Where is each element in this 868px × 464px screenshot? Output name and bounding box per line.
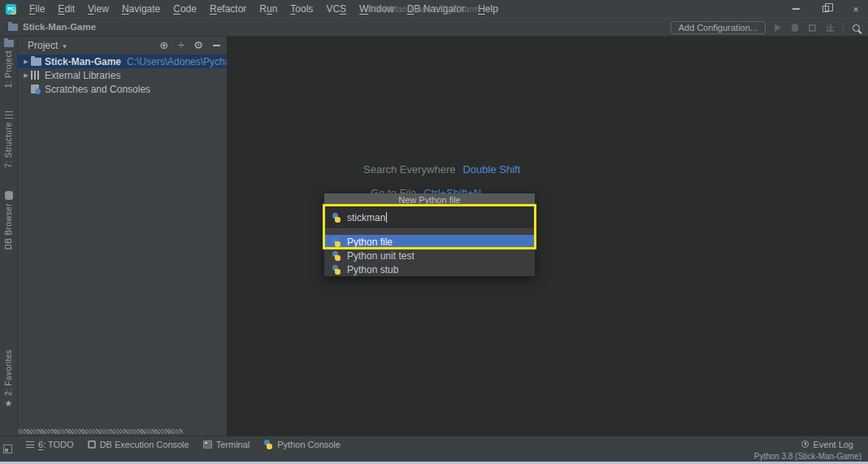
bottom-bar-left: 6: TODODB Execution ConsoleTerminalPytho… (26, 440, 341, 449)
expand-arrow-icon[interactable]: ▶ (21, 59, 31, 65)
menu-refactor[interactable]: Refactor (203, 2, 253, 16)
file-type-label: Python stub (347, 264, 398, 275)
coverage-icon[interactable] (809, 24, 816, 32)
file-type-python-file[interactable]: Python file (324, 235, 535, 249)
window-controls: × (790, 0, 861, 18)
tree-row-stick-man-game[interactable]: ▶Stick-Man-GameC:\Users\Adones\PycharmPr… (18, 54, 227, 68)
left-tool-window-bar: 1: Project7: StructureDB Browser 2: Favo… (0, 37, 18, 436)
bottom-bar-right: Event Log (801, 440, 853, 449)
profiler-icon[interactable] (827, 24, 834, 32)
file-name-value: stickman (347, 212, 385, 223)
minimize-icon (792, 8, 800, 10)
project-tool-window: Project ▾ ⊕÷⚙ ▶Stick-Man-GameC:\Users\Ad… (18, 37, 228, 436)
menu-run[interactable]: Run (253, 2, 284, 16)
python-icon (263, 440, 273, 449)
file-type-list: Python filePython unit testPython stub (324, 235, 535, 276)
dialog-title[interactable]: New Python file (324, 193, 535, 206)
tree-item-label: Scratches and Consoles (45, 84, 150, 95)
tool-button-event-log[interactable]: Event Log (801, 440, 853, 449)
project-panel-title[interactable]: Project (28, 40, 58, 51)
horizontal-scrollbar[interactable] (18, 429, 183, 434)
toolbar-action-icons (775, 24, 834, 32)
hint-shortcut: Double Shift (462, 163, 520, 176)
python-icon (332, 213, 341, 223)
toggle-tool-windows-icon[interactable] (3, 444, 12, 453)
file-type-python-unit-test[interactable]: Python unit test (324, 249, 535, 262)
python-icon (332, 251, 341, 261)
tree-item-path: C:\Users\Adones\PycharmProjects\Sti (127, 56, 227, 67)
terminal-icon (203, 440, 212, 449)
close-button[interactable]: × (850, 2, 861, 15)
tool-button-label: 6: TODO (38, 440, 74, 449)
tree-item-label: Stick-Man-Game (45, 56, 121, 67)
file-type-label: Python unit test (347, 250, 414, 262)
folder-icon (31, 58, 41, 66)
add-configuration-button[interactable]: Add Configuration... (671, 21, 766, 34)
interpreter-status[interactable]: Python 3.8 (Stick-Man-Game) (754, 452, 861, 462)
collapse-all-icon[interactable]: ÷ (178, 39, 184, 52)
tree-icon-box (31, 85, 45, 93)
bottom-tool-window-bar: 6: TODODB Execution ConsoleTerminalPytho… (0, 436, 868, 452)
menu-view[interactable]: View (81, 2, 115, 16)
tool-tab-7-structure[interactable]: 7: Structure (4, 111, 13, 168)
search-icon[interactable] (853, 24, 860, 32)
event-log-icon (801, 440, 809, 448)
close-icon: × (853, 3, 859, 15)
toolbar-right-actions: Add Configuration... (671, 21, 862, 34)
main-toolbar: Stick-Man-Game Add Configuration... (0, 18, 868, 37)
project-tab-icon (4, 40, 14, 47)
menu-tools[interactable]: Tools (284, 2, 319, 16)
tool-tab-2-favorites[interactable]: 2: Favorites★ (4, 349, 13, 408)
window-title: Stick-Man-Game - PyCharm (367, 4, 480, 14)
menu-edit[interactable]: Edit (51, 2, 81, 16)
leftbar-bottom: 2: Favorites★ (4, 347, 13, 408)
tree-item-label: External Libraries (45, 70, 120, 81)
settings-gear-icon[interactable]: ⚙ (193, 39, 203, 52)
tool-tab-label: 2: Favorites (4, 349, 13, 396)
menu-code[interactable]: Code (167, 2, 203, 16)
tool-tab-db-browser[interactable]: DB Browser (4, 191, 13, 249)
chevron-down-icon[interactable]: ▾ (63, 42, 67, 50)
pycharm-logo-icon: PC (6, 4, 16, 15)
favorites-star-icon: ★ (5, 399, 13, 408)
project-tree: ▶Stick-Man-GameC:\Users\Adones\PycharmPr… (18, 54, 227, 96)
python-icon (332, 237, 341, 247)
tool-tab-label: 1: Project (4, 50, 13, 88)
menu-navigate[interactable]: Navigate (115, 2, 167, 16)
tool-tab-label: 7: Structure (4, 122, 13, 168)
file-type-label: Python file (347, 236, 393, 248)
navigation-breadcrumb[interactable]: Stick-Man-Game (8, 22, 96, 32)
tool-button-python-console[interactable]: Python Console (263, 440, 341, 449)
hint-search-everywhere: Search EverywhereDouble Shift (363, 163, 520, 176)
restore-button[interactable] (820, 2, 831, 15)
hint-label: Search Everywhere (363, 163, 455, 176)
menu-vcs[interactable]: VCS (319, 2, 353, 16)
breadcrumb-label: Stick-Man-Game (23, 22, 96, 32)
tool-tab-1-project[interactable]: 1: Project (4, 39, 14, 88)
file-name-input[interactable]: stickman (324, 206, 535, 229)
tool-button-label: Terminal (216, 440, 250, 449)
tree-row-scratches-and-consoles[interactable]: Scratches and Consoles (18, 82, 227, 96)
locate-icon[interactable]: ⊕ (159, 39, 168, 52)
tree-row-external-libraries[interactable]: ▶External Libraries (18, 68, 227, 82)
menu-bar: PC FileEditViewNavigateCodeRefactorRunTo… (0, 0, 868, 18)
minimize-button[interactable] (790, 2, 801, 15)
project-panel-header-icons: ⊕÷⚙ (159, 39, 220, 52)
tool-button-6-todo[interactable]: 6: TODO (26, 440, 74, 449)
expand-arrow-icon[interactable]: ▶ (21, 72, 31, 79)
scratches-icon (31, 85, 39, 93)
tool-button-terminal[interactable]: Terminal (203, 440, 250, 449)
hide-panel-icon[interactable] (213, 45, 220, 46)
status-bar: Python 3.8 (Stick-Man-Game) (0, 452, 868, 462)
run-icon[interactable] (775, 24, 781, 32)
new-python-file-dialog: New Python file stickman Python filePyth… (324, 193, 535, 276)
libraries-icon (31, 71, 40, 80)
file-type-python-stub[interactable]: Python stub (324, 262, 535, 276)
toolbar-separator (843, 22, 844, 33)
debug-icon[interactable] (792, 24, 798, 32)
menu-file[interactable]: File (23, 2, 51, 16)
tool-button-label: Event Log (813, 440, 853, 449)
project-folder-icon (8, 24, 18, 31)
tool-button-db-execution-console[interactable]: DB Execution Console (88, 440, 189, 449)
tool-button-label: DB Execution Console (100, 440, 189, 449)
